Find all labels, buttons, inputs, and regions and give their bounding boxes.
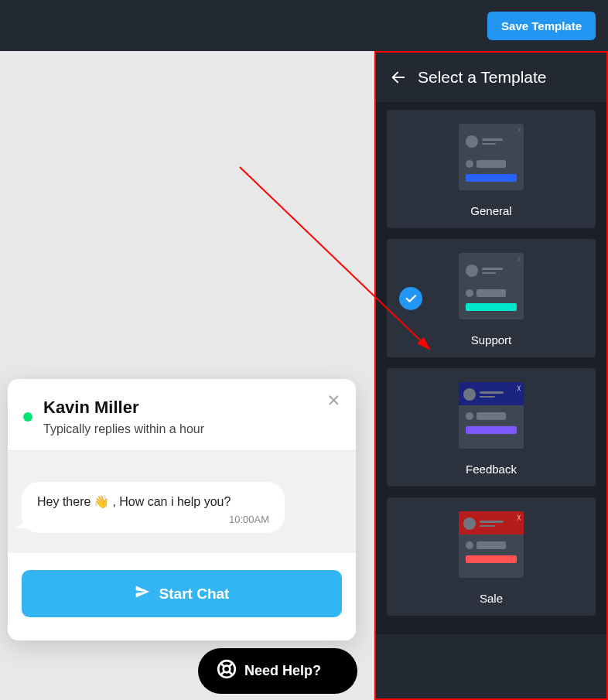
chat-footer: Start Chat bbox=[8, 553, 356, 640]
template-thumbnail: ╳ bbox=[459, 382, 524, 449]
template-thumbnail: ╳ bbox=[459, 511, 524, 578]
send-icon bbox=[135, 584, 150, 603]
svg-point-3 bbox=[224, 666, 231, 673]
template-card-feedback[interactable]: ╳ Feedback bbox=[387, 368, 596, 487]
template-sidebar: Select a Template ╳ General bbox=[374, 51, 608, 700]
chat-widget: Kavin Miller Typically replies within a … bbox=[8, 379, 356, 640]
template-label: General bbox=[396, 204, 586, 217]
chat-subtitle: Typically replies within a hour bbox=[43, 422, 204, 436]
chat-message-bubble: Hey there 👋 , How can i help you? 10:00A… bbox=[22, 482, 285, 533]
chat-agent-name: Kavin Miller bbox=[43, 398, 204, 418]
template-thumbnail: ╳ bbox=[459, 253, 524, 319]
template-card-support[interactable]: ╳ Support bbox=[387, 239, 596, 357]
online-status-dot bbox=[23, 412, 32, 422]
selected-check-icon bbox=[399, 287, 422, 310]
template-label: Support bbox=[396, 333, 586, 347]
close-icon[interactable] bbox=[326, 393, 340, 410]
templates-list: ╳ General ╳ bbox=[376, 102, 606, 634]
chat-body: Hey there 👋 , How can i help you? 10:00A… bbox=[8, 450, 356, 553]
save-template-button[interactable]: Save Template bbox=[487, 12, 596, 40]
template-label: Feedback bbox=[396, 463, 586, 476]
sidebar-header: Select a Template bbox=[376, 53, 606, 102]
start-chat-button[interactable]: Start Chat bbox=[22, 570, 342, 617]
preview-panel: Kavin Miller Typically replies within a … bbox=[0, 51, 374, 700]
template-label: Sale bbox=[396, 592, 586, 605]
sidebar-title: Select a Template bbox=[418, 68, 547, 87]
wave-emoji: 👋 bbox=[94, 494, 109, 509]
need-help-button[interactable]: Need Help? bbox=[198, 648, 357, 694]
template-card-sale[interactable]: ╳ Sale bbox=[387, 497, 596, 616]
main-area: Kavin Miller Typically replies within a … bbox=[0, 51, 608, 700]
chat-message-text: Hey there 👋 , How can i help you? bbox=[37, 494, 269, 509]
chat-header: Kavin Miller Typically replies within a … bbox=[8, 379, 356, 450]
chat-message-time: 10:00AM bbox=[37, 514, 269, 525]
back-arrow-icon[interactable] bbox=[390, 69, 407, 86]
template-card-general[interactable]: ╳ General bbox=[387, 110, 596, 228]
template-thumbnail: ╳ bbox=[459, 124, 524, 190]
lifebuoy-icon bbox=[217, 659, 237, 683]
top-bar: Save Template bbox=[0, 0, 608, 51]
